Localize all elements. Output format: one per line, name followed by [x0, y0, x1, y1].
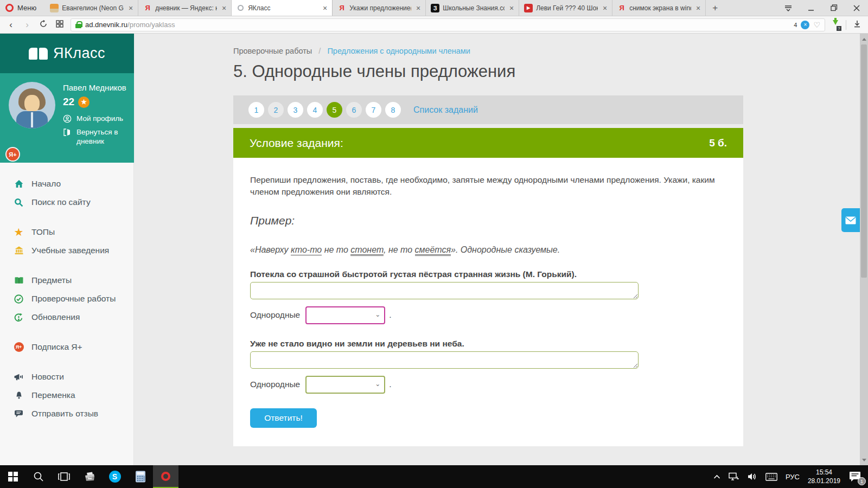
avatar[interactable] [9, 82, 55, 129]
action-center-icon[interactable]: 1 [848, 471, 863, 483]
tab-close-icon[interactable]: × [508, 4, 515, 12]
browser-tab-bar: Меню Евангелион (Neon Gene × Я дневник —… [0, 0, 868, 16]
my-profile-link[interactable]: Мой профиль [63, 114, 126, 124]
yaklass-favicon-icon [238, 5, 244, 11]
address-bar[interactable]: ad.dnevnik.ru/promo/yaklass 4 × ♡ [71, 18, 825, 31]
tab-close-icon[interactable]: × [220, 4, 228, 12]
close-window-button-icon[interactable] [845, 0, 868, 16]
taskbar-search-icon[interactable] [25, 465, 51, 488]
page-scrollbar[interactable] [860, 34, 868, 465]
breadcrumb-current-link[interactable]: Предложения с однородными членами [327, 47, 470, 55]
exercise-1-member-select[interactable]: ⌄ [305, 306, 385, 324]
tab-snimok[interactable]: Я снимок экрана в windo × [612, 0, 706, 16]
speed-dial-icon[interactable] [54, 20, 65, 30]
bank-icon [14, 246, 24, 255]
exercise-1-answer-input[interactable] [250, 282, 639, 299]
sidebar-item-subjects[interactable]: Предметы [0, 271, 133, 290]
task-list-link[interactable]: Список заданий [413, 105, 478, 115]
sidebar-item-tops[interactable]: ★ ТОПы [0, 223, 133, 241]
scrollbar-thumb[interactable] [861, 44, 867, 278]
sidebar-item-ya-plus[interactable]: Я+ Подписка Я+ [0, 338, 133, 356]
example-label: Пример: [250, 214, 727, 227]
task-number-2[interactable]: 2 [268, 102, 284, 118]
toolbar-divider [846, 20, 846, 30]
new-tab-button[interactable]: + [706, 0, 724, 16]
sidebar-item-home[interactable]: Начало [0, 175, 133, 193]
tab-close-icon[interactable]: × [694, 4, 702, 12]
tab-close-icon[interactable]: × [601, 4, 609, 12]
forward-button-icon[interactable]: › [22, 20, 33, 30]
scroll-down-icon[interactable] [860, 455, 868, 464]
task-number-7[interactable]: 7 [366, 102, 381, 118]
tab-close-icon[interactable]: × [321, 4, 329, 12]
tab-znania[interactable]: З Школьные Знания.com × [426, 0, 519, 16]
task-card: 1 2 3 4 5 6 7 8 Список заданий Условие з… [233, 95, 743, 446]
extension-download-icon[interactable]: ? [831, 20, 840, 30]
tab-dnevnik[interactable]: Я дневник — Яндекс: наш × [138, 0, 232, 16]
tray-expand-icon[interactable] [713, 474, 720, 479]
reload-button-icon[interactable] [38, 20, 49, 30]
back-button-icon[interactable]: ‹ [5, 20, 16, 30]
scroll-up-icon[interactable] [860, 35, 868, 43]
yandex-favicon-icon: Я [337, 4, 346, 12]
sidebar-item-updates[interactable]: Обновления [0, 308, 133, 326]
ya-plus-icon: Я+ [14, 342, 24, 352]
submit-button[interactable]: Ответить! [250, 408, 317, 428]
task-number-4[interactable]: 4 [307, 102, 323, 118]
tab-evangelion[interactable]: Евангелион (Neon Gene × [45, 0, 138, 16]
tab-yaklass-active[interactable]: ЯКласс × [232, 0, 333, 16]
ya-plus-badge: Я+ [5, 147, 20, 162]
task-view-icon[interactable] [51, 465, 76, 488]
exercise-2: Уже не стало видно ни земли ни деревьев … [250, 339, 727, 394]
task-number-8[interactable]: 8 [385, 102, 401, 118]
opera-menu-button[interactable]: Меню [0, 0, 45, 16]
task-number-6[interactable]: 6 [346, 102, 362, 118]
calculator-icon[interactable] [127, 465, 153, 488]
points-badge: 5 б. [709, 137, 727, 149]
sidebar-item-news[interactable]: Новости [0, 368, 133, 386]
skype-icon[interactable]: S [102, 465, 127, 488]
back-to-dnevnik-link[interactable]: Вернуться в дневник [63, 127, 126, 146]
opera-taskbar-icon[interactable] [153, 465, 178, 488]
sidebar-item-tests[interactable]: Проверочные работы [0, 290, 133, 308]
tab-ukazhi[interactable]: Я Укажи предложение(-я × [333, 0, 426, 16]
yaklass-logo[interactable]: ЯКласс [0, 34, 134, 73]
bookmark-heart-icon[interactable]: ♡ [813, 21, 820, 29]
restore-button-icon[interactable] [822, 0, 845, 16]
feedback-envelope-widget[interactable] [841, 208, 860, 232]
sidebar-item-peremenka[interactable]: Переменка [0, 386, 133, 404]
tab-levi[interactable]: ▶ Леви Гей ??? 40 Шокиру × [519, 0, 612, 16]
tab-menu-icon[interactable] [777, 0, 800, 16]
sidebar-item-schools[interactable]: Учебные заведения [0, 241, 133, 260]
start-button-icon[interactable] [0, 465, 25, 488]
exercise-2-member-select[interactable]: ⌄ [305, 376, 385, 394]
exercise-2-answer-input[interactable] [250, 351, 639, 369]
task-number-3[interactable]: 3 [288, 102, 303, 118]
breadcrumb-parent-link[interactable]: Проверочные работы [233, 47, 312, 55]
exit-door-icon [63, 128, 72, 137]
task-number-1[interactable]: 1 [248, 102, 264, 118]
language-indicator[interactable]: РУС [786, 473, 800, 481]
secure-lock-icon[interactable] [75, 21, 81, 28]
update-icon [14, 313, 24, 322]
network-icon[interactable] [729, 472, 739, 481]
extension-icon[interactable]: × [801, 21, 809, 29]
page-title: 5. Однородные члены предложения [233, 62, 868, 81]
fax-app-icon[interactable] [76, 465, 102, 488]
windows-taskbar: S РУС 15:54 28.01.2019 1 [0, 465, 868, 488]
task-number-5-active[interactable]: 5 [327, 102, 342, 118]
sidebar-item-search[interactable]: Поиск по сайту [0, 193, 133, 211]
taskbar-clock[interactable]: 15:54 28.01.2019 [808, 468, 840, 485]
volume-icon[interactable] [748, 472, 757, 481]
condition-header-bar: Условие задания: 5 б. [233, 128, 743, 158]
tab-close-icon[interactable]: × [127, 4, 135, 12]
minimize-button-icon[interactable] [800, 0, 822, 16]
browser-toolbar: ‹ › ad.dnevnik.ru/promo/yaklass 4 × ♡ ? [0, 16, 868, 34]
yandex-favicon-icon: Я [143, 4, 152, 12]
video-favicon-icon: ▶ [524, 4, 533, 12]
touch-keyboard-icon[interactable] [765, 473, 777, 481]
tab-close-icon[interactable]: × [414, 4, 422, 12]
exercise-2-sentence: Уже не стало видно ни земли ни деревьев … [250, 339, 727, 349]
sidebar-item-feedback[interactable]: Отправить отзыв [0, 404, 133, 423]
downloads-button-icon[interactable] [852, 20, 863, 30]
